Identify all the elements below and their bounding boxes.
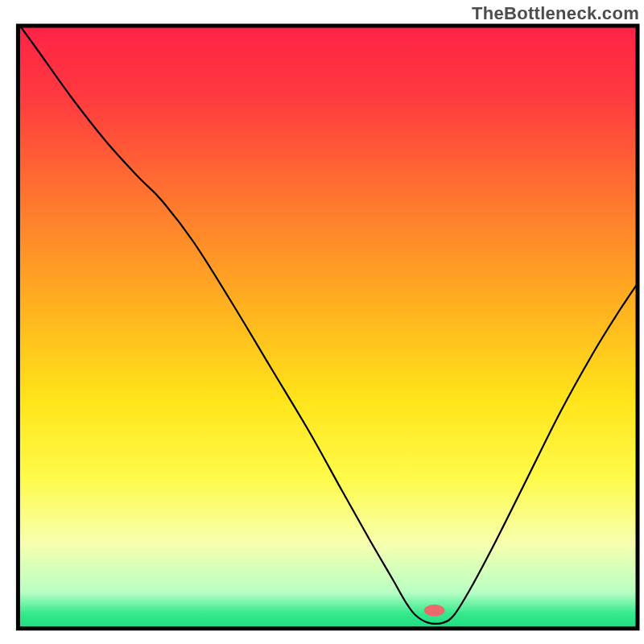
gradient-background: [18, 26, 638, 629]
watermark-text: TheBottleneck.com: [472, 3, 639, 24]
chart-container: TheBottleneck.com: [0, 0, 644, 644]
optimal-marker: [424, 605, 445, 616]
bottleneck-chart: [0, 0, 644, 644]
